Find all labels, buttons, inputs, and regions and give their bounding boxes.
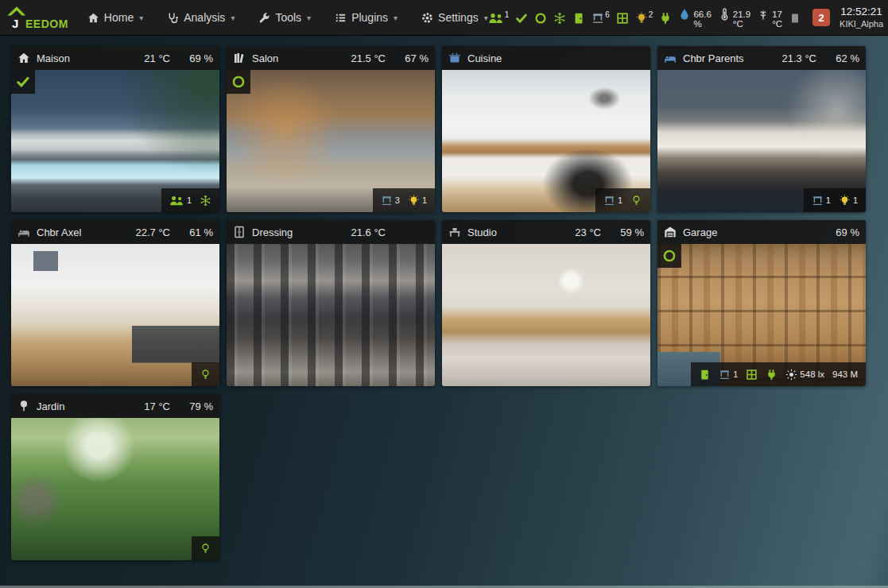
room-badges [192, 362, 219, 386]
room-card-chbr-parents[interactable]: Chbr Parents21.3 °C62 %11 [657, 46, 866, 212]
grid-icon [616, 12, 629, 25]
people-badge[interactable]: 1 [169, 195, 192, 207]
ring-status[interactable] [534, 10, 547, 25]
ring-icon [231, 75, 246, 89]
snowflake-icon [200, 195, 211, 207]
menu-settings[interactable]: Settings▾ [421, 11, 488, 24]
shutter-icon [381, 195, 393, 207]
room-temperature: 21 °C [129, 52, 170, 64]
room-photo: 1 [11, 70, 219, 212]
room-card-garage[interactable]: Garage69 %1548 lx943 M [657, 220, 866, 386]
jeedom-logo[interactable]: J EEDOM [6, 5, 68, 30]
check-badge[interactable] [11, 70, 35, 94]
room-photo [11, 418, 219, 560]
bulb-off-badge[interactable] [200, 369, 211, 381]
bulb-off-badge[interactable] [200, 543, 211, 555]
shutter-badge[interactable]: 1 [603, 195, 622, 207]
chevron-down-icon: ▾ [139, 14, 143, 22]
plug-badge[interactable] [766, 369, 777, 381]
jeedom-house-icon: J [6, 5, 27, 30]
menu-home[interactable]: Home▾ [87, 11, 143, 24]
room-name: Cuisine [467, 52, 560, 64]
menu-tools[interactable]: Tools▾ [258, 11, 311, 24]
room-name: Maison [37, 52, 129, 64]
status-value: 21.9 °C [733, 10, 750, 29]
main-menu: Home▾Analysis▾Tools▾Plugins▾Settings▾ [87, 11, 488, 24]
menu-plugins[interactable]: Plugins▾ [335, 11, 397, 24]
bulb-off-badge[interactable] [630, 195, 642, 207]
house-icon [87, 12, 99, 24]
status-value: 17 °C [772, 10, 782, 29]
room-card-cuisine[interactable]: Cuisine1 [442, 46, 650, 212]
bed-icon [664, 52, 677, 64]
clock-time: 12:52:21 [840, 6, 883, 19]
room-card-jardin[interactable]: Jardin17 °C79 % [11, 394, 219, 560]
wardrobe-icon [233, 226, 246, 238]
status-value: 66.6 % [693, 10, 711, 29]
snowflake-badge[interactable] [200, 195, 211, 207]
ring-icon [662, 249, 677, 263]
shutter-closed-status[interactable] [789, 10, 801, 25]
room-badges: 31 [373, 188, 435, 212]
plug-icon [766, 369, 777, 381]
room-photo: 31 [227, 70, 435, 212]
alert-count-badge[interactable]: 2 [812, 9, 830, 26]
people-status[interactable]: 1 [488, 10, 510, 25]
room-card-dressing[interactable]: Dressing21.6 °C [227, 220, 435, 386]
value-badge[interactable]: 943 M [832, 369, 858, 379]
shutter-status[interactable]: 6 [591, 10, 610, 25]
room-photo [227, 244, 435, 386]
snowflake-status[interactable] [553, 10, 566, 25]
bulb-on-badge[interactable]: 1 [839, 195, 858, 207]
room-name: Jardin [37, 400, 129, 412]
grid-badge[interactable] [746, 369, 758, 381]
shutter-badge[interactable]: 3 [381, 195, 400, 207]
plug-icon [659, 12, 672, 25]
menu-label: Home [104, 11, 134, 24]
grid-status[interactable] [616, 10, 629, 25]
desk-icon [448, 226, 461, 238]
door-badge[interactable] [699, 369, 711, 381]
menu-analysis[interactable]: Analysis▾ [167, 11, 235, 24]
badge-count: 1 [187, 195, 192, 205]
bulb-on-status[interactable]: 2 [635, 10, 653, 25]
room-card-header: Maison21 °C69 % [11, 46, 219, 70]
door-status[interactable] [572, 10, 585, 25]
ring-badge[interactable] [657, 244, 681, 268]
room-badges: 1 [595, 188, 650, 212]
people-icon [488, 12, 504, 25]
shutter-badge[interactable]: 1 [812, 195, 831, 207]
room-card-maison[interactable]: Maison21 °C69 %1 [11, 46, 219, 212]
gear-icon [421, 12, 433, 24]
clock-user-block[interactable]: 12:52:21 KIKI_Alpha [840, 6, 883, 30]
room-card-studio[interactable]: Studio23 °C59 % [442, 220, 650, 386]
outdoor-status[interactable]: 17 °C [757, 6, 782, 29]
drop-status[interactable]: 66.6 % [678, 6, 711, 29]
room-humidity: 59 % [609, 226, 644, 238]
room-name: Salon [252, 52, 344, 64]
check-status[interactable] [515, 10, 528, 25]
room-temperature: 23 °C [560, 226, 601, 238]
bulb-on-icon [635, 12, 648, 25]
thermometer-status[interactable]: 21.9 °C [718, 6, 750, 29]
list-icon [335, 12, 347, 24]
chevron-down-icon: ▾ [231, 14, 235, 22]
room-badges: 1 [161, 188, 219, 212]
room-badges: 1548 lx943 M [691, 362, 866, 386]
room-card-chbr-axel[interactable]: Chbr Axel22.7 °C61 % [11, 220, 219, 386]
room-photo [442, 244, 650, 386]
menu-label: Settings [438, 11, 479, 24]
badge-count: 1 [422, 195, 427, 205]
door-icon [572, 12, 585, 25]
room-card-salon[interactable]: Salon21.5 °C67 %31 [227, 46, 435, 212]
shutter-badge[interactable]: 1 [719, 369, 738, 381]
room-card-header: Cuisine [442, 46, 650, 70]
bed-icon [17, 226, 30, 238]
plug-status[interactable] [659, 10, 672, 25]
room-name: Dressing [252, 226, 344, 238]
ring-badge[interactable] [227, 70, 250, 94]
bulb-on-badge[interactable]: 1 [408, 195, 427, 207]
menu-label: Plugins [351, 11, 388, 24]
badge-label: 548 lx [800, 369, 824, 379]
sun-badge[interactable]: 548 lx [785, 369, 824, 381]
